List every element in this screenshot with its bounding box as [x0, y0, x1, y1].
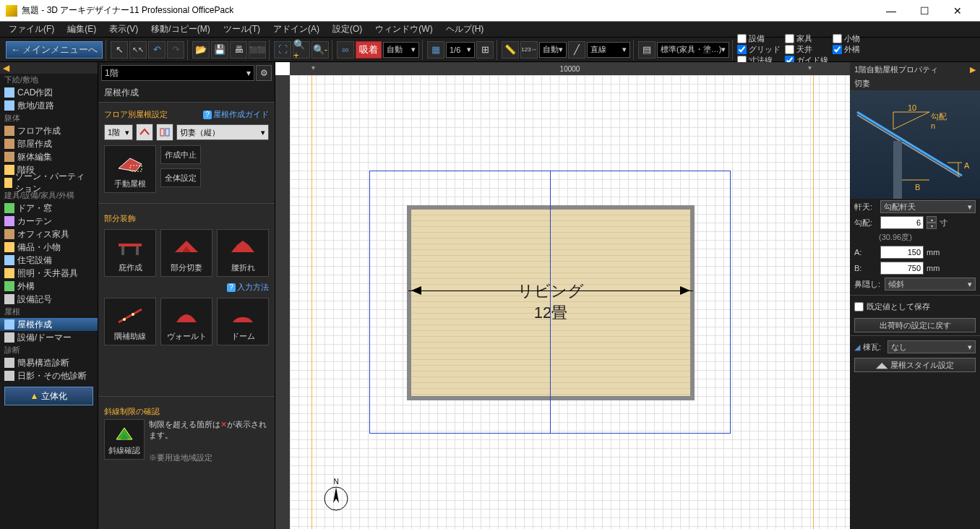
ruler-marker-icon[interactable]: ▾: [808, 64, 814, 72]
check-外構[interactable]: 外構: [833, 44, 860, 55]
grid-frac-select[interactable]: 1/6▾: [446, 42, 475, 58]
sidebar-item-site[interactable]: 敷地/道路: [0, 99, 98, 112]
b-input[interactable]: [880, 262, 924, 275]
slope-spinner[interactable]: ▴▾: [927, 216, 937, 229]
room-rect[interactable]: リビング 12畳: [407, 205, 695, 400]
ribbon-ヴォールト[interactable]: ヴォールト: [160, 298, 212, 345]
zoom-in-icon[interactable]: 🔍+: [293, 41, 310, 59]
snap-auto-select[interactable]: 自動▾: [383, 42, 419, 58]
ribbon-部分切妻[interactable]: 部分切妻: [160, 229, 212, 277]
print-icon[interactable]: 🖶: [230, 41, 247, 59]
ribbon-ドーム[interactable]: ドーム: [217, 298, 269, 345]
menu-表示(V)[interactable]: 表示(V): [103, 22, 144, 37]
shadow-icon: [4, 371, 14, 381]
sidebar-item-shadow[interactable]: 日影・その他診断: [0, 369, 98, 382]
input-method-link[interactable]: 入力方法: [227, 282, 269, 293]
grid-config-icon[interactable]: ⊞: [476, 41, 494, 59]
sidebar-item-dormer[interactable]: 設備/ドーマー: [0, 331, 98, 344]
menu-ヘルプ(H)[interactable]: ヘルプ(H): [440, 22, 490, 37]
nose-select[interactable]: 傾斜▾: [885, 278, 976, 291]
sidebar-item-room[interactable]: 部屋作成: [0, 137, 98, 150]
fit-icon[interactable]: ⛶: [274, 41, 291, 59]
sidebar-item-office[interactable]: オフィス家具: [0, 228, 98, 241]
save-default-checkbox[interactable]: [854, 302, 864, 311]
roof-guide-link[interactable]: 屋根作成ガイド: [203, 109, 269, 120]
sidebar-item-door[interactable]: ドア・窓: [0, 202, 98, 215]
menu-移動/コピー(M)[interactable]: 移動/コピー(M): [145, 22, 215, 37]
maximize-button[interactable]: ☐: [908, 0, 941, 22]
menu-ツール(T)[interactable]: ツール(T): [218, 22, 266, 37]
snap-button[interactable]: 吸着: [356, 41, 382, 59]
sidebar-item-sym[interactable]: 設備記号: [0, 293, 98, 306]
layer-select[interactable]: 標準(家具・塗…)▾: [657, 42, 729, 58]
sidebar-item-floor[interactable]: フロア作成: [0, 124, 98, 137]
a-input[interactable]: [880, 246, 924, 259]
check-家具[interactable]: 家具: [785, 33, 828, 44]
line-icon[interactable]: ╱: [568, 41, 585, 59]
zoom-out-icon[interactable]: 🔍-: [311, 41, 329, 59]
check-設備[interactable]: 設備: [737, 33, 781, 44]
canvas-area[interactable]: ▾ 10000 ▾ リビング 12畳 N: [275, 62, 850, 529]
check-天井[interactable]: 天井: [785, 44, 828, 55]
floor-select[interactable]: 1階▾: [101, 65, 254, 81]
manual-roof-button[interactable]: 手動屋根: [104, 145, 156, 193]
save-icon[interactable]: 💾: [211, 41, 228, 59]
sidebar-collapse[interactable]: ◀: [0, 62, 98, 74]
minimize-button[interactable]: —: [874, 0, 908, 22]
open-icon[interactable]: 📂: [192, 41, 210, 59]
sidebar-item-equip[interactable]: 備品・小物: [0, 241, 98, 254]
cursor-tool-icon[interactable]: ↖: [111, 41, 128, 59]
ribbon-腰折れ[interactable]: 腰折れ: [217, 229, 269, 277]
menu-ウィンドウ(W)[interactable]: ウィンドウ(W): [369, 22, 438, 37]
ribbon-庇作成[interactable]: 庇作成: [104, 229, 156, 277]
slope-input[interactable]: [880, 216, 924, 229]
multi-cursor-icon[interactable]: ↖↖: [129, 41, 147, 59]
line-style-select[interactable]: 直線▾: [587, 42, 630, 58]
canvas[interactable]: リビング 12畳 N: [290, 75, 850, 529]
sidebar-item-roof[interactable]: 屋根作成: [0, 318, 98, 331]
floor-settings-icon[interactable]: ⚙: [256, 65, 272, 81]
sidebar-item-house[interactable]: 住宅設備: [0, 254, 98, 267]
cancel-creation-button[interactable]: 作成中止: [160, 145, 201, 164]
sidebar-item-struct[interactable]: 簡易構造診断: [0, 356, 98, 369]
3d-view-button[interactable]: ▲立体化: [4, 387, 93, 405]
check-グリッド[interactable]: グリッド: [737, 44, 781, 55]
roof-style-button[interactable]: ◢◣屋根スタイル設定: [854, 358, 976, 372]
sidebar-item-ext[interactable]: 外構: [0, 280, 98, 293]
menu-アドイン(A)[interactable]: アドイン(A): [267, 22, 325, 37]
dimension-icon[interactable]: 123↔: [520, 41, 538, 59]
dim-auto-select[interactable]: 自動▾: [539, 42, 567, 58]
grid-icon[interactable]: ▦: [427, 41, 444, 59]
sidebar-item-body[interactable]: 躯体編集: [0, 150, 98, 163]
undo-icon[interactable]: ↶: [148, 41, 166, 59]
sidebar-item-cad[interactable]: CAD作図: [0, 86, 98, 99]
layer-icon[interactable]: ▤: [638, 41, 656, 59]
sec1-floor-select[interactable]: 1階▾: [104, 124, 133, 140]
main-menu-button[interactable]: ←メインメニューへ: [6, 41, 103, 59]
roof-shape1-icon[interactable]: [136, 124, 153, 141]
close-button[interactable]: ✕: [941, 0, 974, 22]
prop-collapse-icon[interactable]: ▶: [970, 65, 976, 74]
window-title: 無題 - 3D アーキデザイナー11 Professional OfficePa…: [22, 4, 874, 17]
sidebar-item-light[interactable]: 照明・天井器具: [0, 267, 98, 280]
eave-select[interactable]: 勾配軒天▾: [880, 200, 976, 213]
ridge-select[interactable]: なし▾: [887, 340, 976, 353]
check-小物[interactable]: 小物: [833, 33, 860, 44]
slant-check-button[interactable]: 斜線確認: [104, 419, 145, 460]
roof-shape2-icon[interactable]: [156, 124, 173, 141]
menu-編集(E)[interactable]: 編集(E): [61, 22, 102, 37]
roof-type-select[interactable]: 切妻（縦）▾: [176, 124, 269, 140]
ruler-icon[interactable]: 📏: [502, 41, 519, 59]
reset-button[interactable]: 出荷時の設定に戻す: [854, 318, 976, 332]
property-panel: 1階自動屋根プロパティ▶ 切妻 10 勾配 n A B 軒天:勾配軒天▾ 勾配:…: [850, 62, 980, 529]
infinity-icon[interactable]: ∞: [337, 41, 354, 59]
menu-ファイル(F)[interactable]: ファイル(F): [3, 22, 60, 37]
ruler-marker-icon[interactable]: ▾: [311, 64, 317, 72]
sidebar-item-curtain[interactable]: カーテン: [0, 215, 98, 228]
app-button-icon[interactable]: ⬛⬛: [249, 41, 266, 59]
menu-設定(O)[interactable]: 設定(O): [327, 22, 368, 37]
ribbon-隅補助線[interactable]: 隅補助線: [104, 298, 156, 345]
overall-settings-button[interactable]: 全体設定: [160, 168, 201, 187]
redo-icon[interactable]: ↷: [167, 41, 184, 59]
sidebar-item-zone[interactable]: ゾーン・パーティション: [0, 176, 98, 189]
